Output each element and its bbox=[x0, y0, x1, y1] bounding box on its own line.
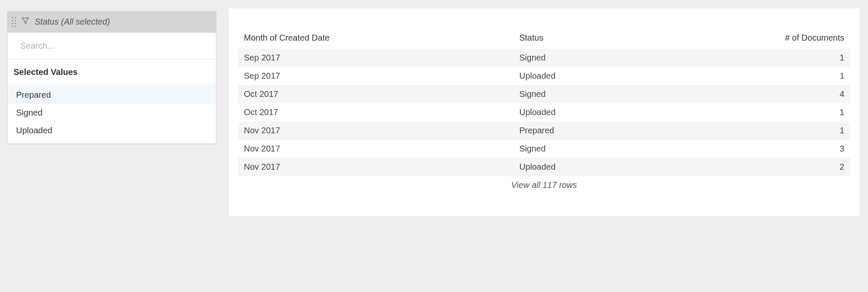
cell-status: Uploaded bbox=[513, 67, 649, 85]
cell-count: 1 bbox=[649, 103, 850, 121]
filter-panel: Status (All selected) Selected Values Pr… bbox=[7, 11, 216, 144]
table-header-row: Month of Created Date Status # of Docume… bbox=[238, 29, 850, 49]
cell-month: Nov 2017 bbox=[238, 121, 513, 140]
cell-month: Sep 2017 bbox=[238, 49, 513, 67]
funnel-icon bbox=[21, 17, 30, 27]
drag-handle-icon[interactable] bbox=[12, 17, 16, 27]
cell-month: Sep 2017 bbox=[238, 67, 513, 85]
filter-value-item[interactable]: Prepared bbox=[8, 86, 216, 104]
cell-status: Signed bbox=[513, 140, 649, 158]
cell-count: 1 bbox=[649, 121, 850, 140]
table-row[interactable]: Sep 2017Signed1 bbox=[238, 49, 850, 67]
cell-status: Signed bbox=[513, 49, 649, 67]
filter-value-item[interactable]: Signed bbox=[8, 104, 216, 121]
cell-month: Oct 2017 bbox=[238, 85, 513, 103]
cell-count: 1 bbox=[649, 67, 850, 85]
cell-status: Signed bbox=[513, 85, 649, 103]
cell-status: Uploaded bbox=[513, 158, 649, 176]
col-count[interactable]: # of Documents bbox=[649, 29, 850, 49]
cell-month: Nov 2017 bbox=[238, 140, 513, 158]
cell-count: 4 bbox=[649, 85, 850, 103]
cell-count: 1 bbox=[649, 49, 850, 67]
table-row[interactable]: Nov 2017Uploaded2 bbox=[238, 158, 850, 176]
table-panel: Month of Created Date Status # of Docume… bbox=[229, 8, 860, 216]
cell-status: Uploaded bbox=[513, 103, 649, 121]
filter-value-list: PreparedSignedUploaded bbox=[8, 85, 216, 143]
col-month[interactable]: Month of Created Date bbox=[238, 29, 513, 49]
cell-count: 2 bbox=[649, 158, 850, 176]
col-status[interactable]: Status bbox=[513, 29, 649, 49]
cell-month: Oct 2017 bbox=[238, 103, 513, 121]
filter-value-item[interactable]: Uploaded bbox=[8, 121, 216, 139]
table-row[interactable]: Sep 2017Uploaded1 bbox=[238, 67, 850, 85]
table-row[interactable]: Oct 2017Signed4 bbox=[238, 85, 850, 103]
cell-status: Prepared bbox=[513, 121, 649, 140]
filter-title: Status (All selected) bbox=[35, 17, 110, 27]
search-row bbox=[8, 33, 216, 60]
table-row[interactable]: Nov 2017Prepared1 bbox=[238, 121, 850, 140]
cell-count: 3 bbox=[649, 140, 850, 158]
cell-month: Nov 2017 bbox=[238, 158, 513, 176]
selected-values-heading: Selected Values bbox=[8, 60, 216, 85]
view-all-link[interactable]: View all 117 rows bbox=[238, 180, 850, 190]
data-table: Month of Created Date Status # of Docume… bbox=[238, 29, 850, 176]
search-input[interactable] bbox=[20, 37, 209, 55]
table-row[interactable]: Nov 2017Signed3 bbox=[238, 140, 850, 158]
table-row[interactable]: Oct 2017Uploaded1 bbox=[238, 103, 850, 121]
filter-header[interactable]: Status (All selected) bbox=[8, 11, 216, 33]
